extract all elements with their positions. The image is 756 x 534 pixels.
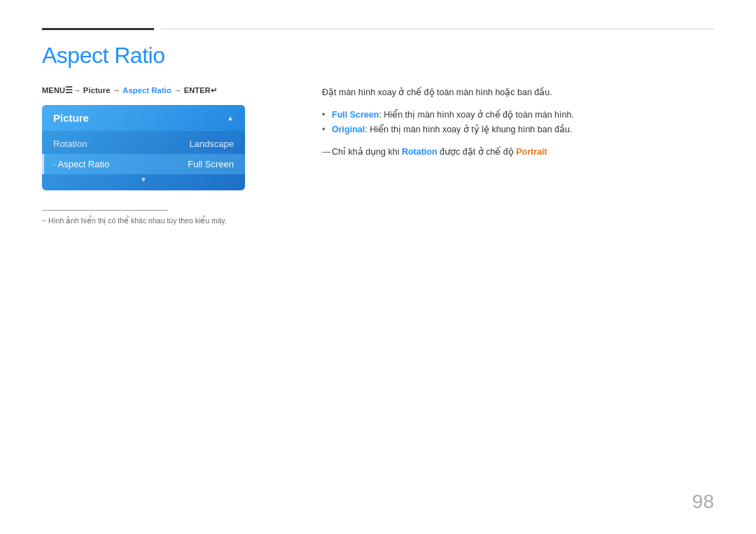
description-list: Full Screen: Hiển thị màn hình xoay ở ch… [322, 108, 714, 138]
page-number: 98 [692, 491, 714, 513]
desc-original-text: : Hiển thị màn hình xoay ở tỷ lệ khung h… [365, 125, 572, 134]
term-original: Original [332, 125, 365, 134]
footnote-separator [42, 210, 168, 211]
footnote-text: − Hình ảnh hiển thị có thể khác nhau tùy… [42, 216, 280, 225]
note-term2: Portrait [516, 147, 547, 157]
menu-path: MENU☰→ Picture → Aspect Ratio → ENTER↵ [42, 85, 280, 95]
desc-fullscreen-text: : Hiển thị màn hình xoay ở chế độ toàn m… [379, 110, 574, 120]
top-line-light [161, 29, 714, 29]
description-intro: Đặt màn hình xoay ở chế độ toàn màn hình… [322, 85, 714, 99]
page-container: Aspect Ratio MENU☰→ Picture → Aspect Rat… [0, 0, 756, 534]
panel-row-rotation-label: Rotation [53, 139, 87, 149]
panel-row-rotation[interactable]: Rotation Landscape [42, 134, 245, 154]
picture-panel: Picture ▲ Rotation Landscape · Aspect Ra… [42, 105, 245, 190]
panel-row-ar-value: Full Screen [188, 159, 234, 169]
term-fullscreen: Full Screen [332, 110, 379, 120]
panel-arrow-down-icon: ▼ [42, 174, 245, 186]
top-lines [42, 28, 714, 30]
description-item-original: Original: Hiển thị màn hình xoay ở tỷ lệ… [322, 122, 714, 137]
panel-row-aspect-ratio[interactable]: · Aspect Ratio Full Screen [42, 154, 245, 174]
left-column: MENU☰→ Picture → Aspect Ratio → ENTER↵ P… [42, 85, 280, 225]
panel-header-title: Picture [53, 112, 89, 124]
description-note: Chỉ khả dụng khi Rotation được đặt ở chế… [322, 145, 714, 160]
note-prefix: Chỉ khả dụng khi [332, 147, 402, 157]
note-term1: Rotation [402, 147, 438, 157]
menu-path-highlight: Aspect Ratio [122, 86, 172, 94]
description-item-fullscreen: Full Screen: Hiển thị màn hình xoay ở ch… [322, 108, 714, 122]
note-middle: được đặt ở chế độ [438, 147, 517, 157]
content-layout: MENU☰→ Picture → Aspect Ratio → ENTER↵ P… [42, 85, 714, 225]
panel-row-ar-label: · Aspect Ratio [53, 159, 109, 169]
panel-row-rotation-value: Landscape [189, 139, 234, 149]
panel-header: Picture ▲ [42, 105, 245, 131]
menu-path-text: MENU☰→ Picture → Aspect Ratio → ENTER↵ [42, 86, 217, 94]
panel-body: Rotation Landscape · Aspect Ratio Full S… [42, 131, 245, 190]
top-line-dark [42, 28, 154, 30]
panel-arrow-up-icon: ▲ [227, 114, 234, 122]
right-column: Đặt màn hình xoay ở chế độ toàn màn hình… [322, 85, 714, 225]
page-title: Aspect Ratio [42, 43, 714, 69]
